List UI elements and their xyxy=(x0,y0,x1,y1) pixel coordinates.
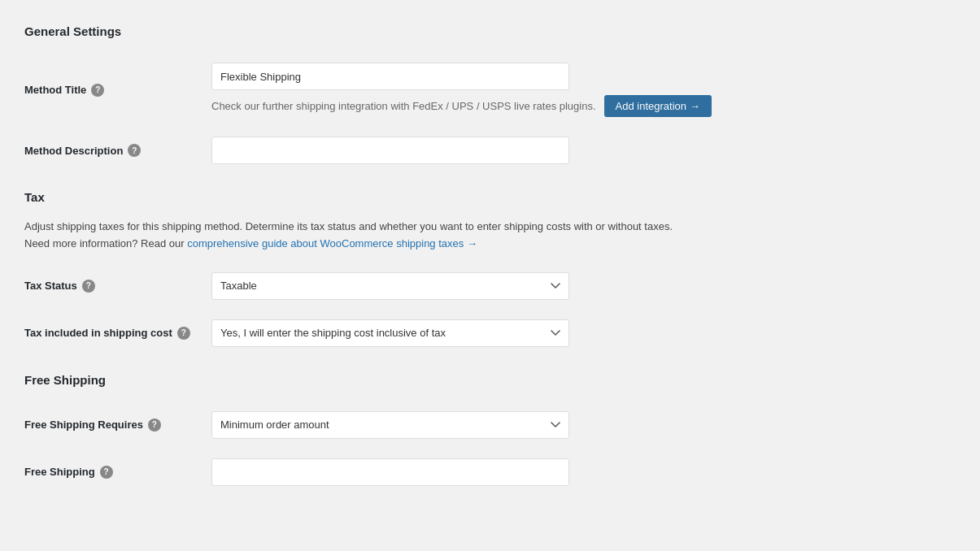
tax-section-title: Tax xyxy=(24,190,956,204)
method-description-input[interactable] xyxy=(211,137,569,164)
method-title-input[interactable] xyxy=(211,63,569,90)
method-title-content: Check our further shipping integration w… xyxy=(211,63,956,117)
method-description-label: Method Description xyxy=(24,145,123,157)
tax-guide-link[interactable]: comprehensive guide about WooCommerce sh… xyxy=(187,237,477,249)
integration-row: Check our further shipping integration w… xyxy=(211,95,956,117)
tax-included-label-col: Tax included in shipping cost ? xyxy=(24,327,211,340)
tax-included-label: Tax included in shipping cost xyxy=(24,327,172,339)
method-description-label-col: Method Description ? xyxy=(24,144,211,157)
free-shipping-section-title: Free Shipping xyxy=(24,373,956,387)
tax-description: Adjust shipping taxes for this shipping … xyxy=(24,219,956,253)
tax-included-row: Tax included in shipping cost ? Yes, I w… xyxy=(24,310,956,357)
general-settings-section: General Settings Method Title ? Check ou… xyxy=(24,24,956,174)
free-shipping-requires-label: Free Shipping Requires xyxy=(24,419,143,431)
tax-status-label: Tax Status xyxy=(24,280,77,292)
method-title-row: Method Title ? Check our further shippin… xyxy=(24,53,956,127)
tax-description-line2: Need more information? Read our xyxy=(24,237,187,249)
method-description-help-icon[interactable]: ? xyxy=(128,144,141,157)
add-integration-button[interactable]: Add integration → xyxy=(604,95,712,117)
free-shipping-section: Free Shipping Free Shipping Requires ? N… xyxy=(24,373,956,496)
free-shipping-requires-content: N/A A valid coupon Minimum order amount … xyxy=(211,411,956,439)
free-shipping-amount-label-col: Free Shipping ? xyxy=(24,466,211,479)
free-shipping-amount-input[interactable] xyxy=(211,458,569,486)
tax-status-row: Tax Status ? Taxable None xyxy=(24,262,956,310)
integration-text: Check our further shipping integration w… xyxy=(211,100,596,112)
tax-included-help-icon[interactable]: ? xyxy=(177,327,190,340)
tax-section: Tax Adjust shipping taxes for this shipp… xyxy=(24,190,956,357)
free-shipping-amount-help-icon[interactable]: ? xyxy=(100,466,113,479)
page-container: General Settings Method Title ? Check ou… xyxy=(0,0,980,512)
free-shipping-amount-row: Free Shipping ? xyxy=(24,449,956,496)
tax-status-content: Taxable None xyxy=(211,272,956,300)
free-shipping-amount-label: Free Shipping xyxy=(24,466,95,478)
free-shipping-requires-help-icon[interactable]: ? xyxy=(148,419,161,432)
free-shipping-requires-label-col: Free Shipping Requires ? xyxy=(24,419,211,432)
free-shipping-requires-row: Free Shipping Requires ? N/A A valid cou… xyxy=(24,401,956,449)
tax-description-line1: Adjust shipping taxes for this shipping … xyxy=(24,220,673,232)
method-description-row: Method Description ? xyxy=(24,127,956,174)
general-settings-title: General Settings xyxy=(24,24,956,38)
tax-status-help-icon[interactable]: ? xyxy=(82,280,95,293)
method-title-help-icon[interactable]: ? xyxy=(91,84,104,97)
tax-included-content: Yes, I will enter the shipping cost incl… xyxy=(211,319,956,347)
tax-included-select[interactable]: Yes, I will enter the shipping cost incl… xyxy=(211,319,569,347)
method-title-label-col: Method Title ? xyxy=(24,84,211,97)
method-title-label: Method Title xyxy=(24,84,86,96)
tax-status-select[interactable]: Taxable None xyxy=(211,272,569,300)
free-shipping-requires-select[interactable]: N/A A valid coupon Minimum order amount … xyxy=(211,411,569,439)
free-shipping-amount-content xyxy=(211,458,956,486)
tax-status-label-col: Tax Status ? xyxy=(24,280,211,293)
method-description-content xyxy=(211,137,956,164)
